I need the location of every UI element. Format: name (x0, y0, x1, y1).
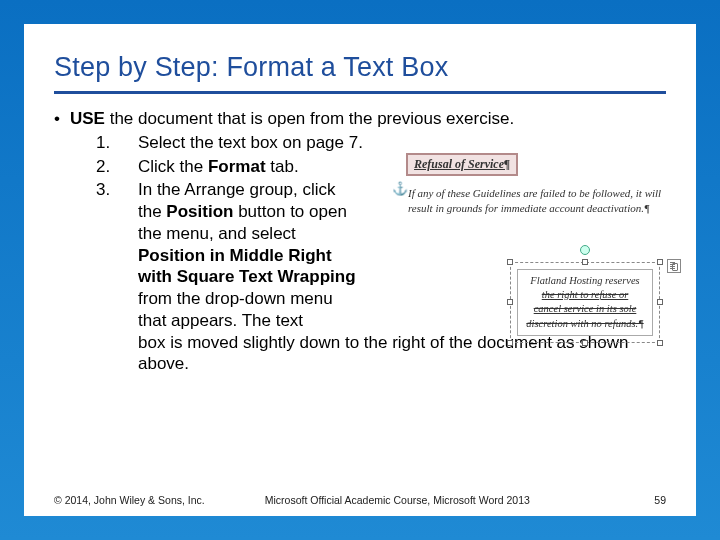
lead-line: USE the document that is open from the p… (54, 108, 666, 130)
slide-page: Step by Step: Format a Text Box USE the … (24, 24, 696, 516)
step-2b: Format (208, 157, 266, 176)
slide-body: USE the document that is open from the p… (54, 108, 666, 375)
lead-use: USE (70, 109, 105, 128)
tb-line3: cancel service in its sole (521, 302, 649, 316)
resize-handle-icon (507, 299, 513, 305)
step-1: Select the text box on page 7. (96, 132, 666, 154)
resize-handle-icon (582, 259, 588, 265)
footer-page: 59 (654, 494, 666, 506)
step-2a: Click the (138, 157, 208, 176)
step-2c: tab. (266, 157, 299, 176)
selected-textbox: Flatland Hosting reserves the right to r… (510, 262, 660, 343)
step-3-wrapped: In the Arrange group, click the Position… (138, 179, 358, 331)
step-3e: from the drop-down menu that appears. Th… (138, 289, 333, 330)
tb-line4: discretion with no refunds.¶ (521, 317, 649, 331)
resize-handle-icon (582, 340, 588, 346)
slide-title: Step by Step: Format a Text Box (54, 52, 666, 94)
step-3d: Position in Middle Right with Square Tex… (138, 246, 356, 287)
resize-handle-icon (507, 259, 513, 265)
rotate-handle-icon (580, 245, 590, 255)
anchor-icon: ⚓ (392, 182, 408, 195)
resize-handle-icon (507, 340, 513, 346)
layout-options-icon (667, 259, 681, 273)
footer-course: Microsoft Official Academic Course, Micr… (205, 494, 655, 506)
figure-heading: Refusal of Service¶ (406, 153, 518, 176)
resize-handle-icon (657, 259, 663, 265)
resize-handle-icon (657, 299, 663, 305)
step-1-text: Select the text box on page 7. (138, 133, 363, 152)
textbox-content: Flatland Hosting reserves the right to r… (517, 269, 653, 336)
lead-rest: the document that is open from the previ… (105, 109, 514, 128)
figure-paragraph: If any of these Guidelines are failed to… (406, 186, 666, 215)
tb-line1: Flatland Hosting reserves (521, 274, 649, 288)
resize-handle-icon (657, 340, 663, 346)
footer-copyright: © 2014, John Wiley & Sons, Inc. (54, 494, 205, 506)
step-3b: Position (166, 202, 233, 221)
slide-footer: © 2014, John Wiley & Sons, Inc. Microsof… (54, 494, 666, 506)
tb-line2: the right to refuse or (521, 288, 649, 302)
embedded-figure: ⚓ Refusal of Service¶ If any of these Gu… (406, 152, 666, 215)
